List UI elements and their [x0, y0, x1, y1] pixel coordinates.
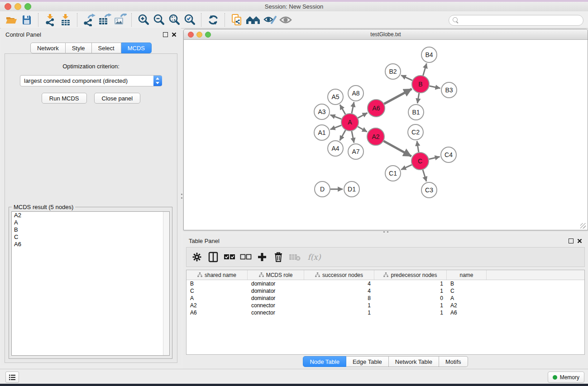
delete-table-icon[interactable]: [288, 250, 301, 264]
close-panel-icon[interactable]: [577, 238, 582, 243]
graph-node-B[interactable]: B: [412, 76, 429, 93]
deselect-all-checkboxes-icon[interactable]: [239, 250, 253, 264]
graph-edge-B-B3[interactable]: [430, 86, 440, 88]
close-panel-icon[interactable]: [172, 32, 177, 37]
mcds-result-item[interactable]: B: [12, 226, 169, 234]
graph-node-C3[interactable]: C3: [421, 182, 437, 198]
window-resize-grip-icon[interactable]: [580, 223, 586, 229]
run-mcds-button[interactable]: Run MCDS: [42, 93, 87, 104]
show-hide-annotations-icon[interactable]: [263, 13, 278, 27]
export-image-icon[interactable]: [112, 13, 128, 27]
graph-edge-A-A4[interactable]: [340, 130, 346, 141]
open-session-icon[interactable]: [4, 13, 19, 27]
graph-edge-B-B1[interactable]: [417, 93, 419, 104]
mcds-result-item[interactable]: C: [12, 234, 169, 241]
graph-node-A8[interactable]: A8: [348, 86, 363, 101]
tab-network-table[interactable]: Network Table: [389, 356, 439, 367]
graph-node-A5[interactable]: A5: [328, 89, 343, 105]
float-panel-icon[interactable]: [569, 238, 574, 243]
criterion-select[interactable]: largest connected component (directed): [20, 75, 162, 86]
tab-style[interactable]: Style: [66, 43, 92, 53]
mcds-result-item[interactable]: A2: [12, 212, 169, 219]
graph-edge-A-A3[interactable]: [330, 115, 341, 119]
graph-edge-C-C3[interactable]: [423, 170, 426, 181]
delete-column-icon[interactable]: [272, 250, 285, 264]
tab-motifs[interactable]: Motifs: [439, 356, 468, 367]
float-panel-icon[interactable]: [163, 32, 168, 37]
refresh-layout-icon[interactable]: [206, 13, 221, 27]
close-panel-button[interactable]: Close panel: [94, 93, 141, 104]
graph-node-B1[interactable]: B1: [408, 105, 424, 120]
column-header-predecessor-nodes[interactable]: predecessor nodes: [374, 270, 447, 280]
show-hide-graphics-icon[interactable]: [278, 13, 293, 27]
tab-network[interactable]: Network: [30, 43, 66, 53]
graph-node-C[interactable]: C: [411, 152, 429, 170]
table-row[interactable]: Bdominator41B: [186, 280, 584, 287]
clone-network-icon[interactable]: [229, 13, 244, 27]
column-header-name[interactable]: name: [447, 270, 487, 280]
table-row[interactable]: Adominator80A: [186, 295, 584, 302]
zoom-out-icon[interactable]: [151, 13, 167, 27]
splitpane-grip[interactable]: [181, 194, 182, 195]
settings-gear-icon[interactable]: [190, 250, 204, 264]
graph-edge-A-A8[interactable]: [352, 102, 354, 114]
select-all-checkboxes-icon[interactable]: [223, 250, 236, 264]
memory-button[interactable]: Memory: [548, 372, 584, 383]
graph-edge-A-A1[interactable]: [330, 125, 341, 129]
export-table-icon[interactable]: [97, 13, 112, 27]
graph-node-A4[interactable]: A4: [328, 141, 343, 156]
graph-edge-C-C4[interactable]: [429, 157, 440, 159]
import-table-icon[interactable]: [58, 13, 73, 27]
save-session-icon[interactable]: [19, 13, 34, 27]
task-history-button[interactable]: [5, 372, 19, 383]
table-row[interactable]: A2connector11A2: [186, 302, 584, 309]
splitpane-grip[interactable]: [383, 231, 385, 233]
graph-node-D[interactable]: D: [315, 181, 330, 197]
search-input[interactable]: [461, 16, 580, 25]
graph-edge-A2-C[interactable]: [384, 141, 411, 157]
tab-edge-table[interactable]: Edge Table: [346, 356, 389, 367]
show-all-networks-icon[interactable]: [244, 13, 263, 27]
graph-node-A2[interactable]: A2: [367, 128, 384, 145]
graph-node-B3[interactable]: B3: [441, 82, 457, 98]
column-header-MCDS-role[interactable]: MCDS role: [248, 270, 304, 280]
graph-node-A7[interactable]: A7: [348, 144, 363, 159]
table-row[interactable]: Cdominator41C: [186, 287, 584, 295]
tab-node-table[interactable]: Node Table: [303, 356, 346, 367]
scrollbar-track[interactable]: [163, 212, 169, 355]
tab-select[interactable]: Select: [92, 43, 121, 53]
network-window-titlebar[interactable]: testGlobe.txt: [184, 29, 588, 40]
graph-edge-B-B4[interactable]: [423, 63, 427, 76]
graph-node-B4[interactable]: B4: [421, 47, 437, 62]
add-column-icon[interactable]: [255, 250, 269, 264]
search-field[interactable]: [449, 15, 583, 26]
graph-edge-A-A2[interactable]: [358, 127, 367, 132]
graph-edge-A-A6[interactable]: [358, 113, 368, 118]
mcds-result-list[interactable]: A2ABCA6: [11, 211, 170, 356]
zoom-fit-icon[interactable]: [167, 13, 182, 27]
graph-edge-B-B2[interactable]: [401, 75, 412, 80]
graph-edge-A-A7[interactable]: [352, 131, 354, 143]
tab-mcds[interactable]: MCDS: [121, 43, 152, 53]
import-network-icon[interactable]: [43, 13, 58, 27]
graph-edge-C-C1[interactable]: [401, 165, 412, 170]
show-column-icon[interactable]: [206, 250, 220, 264]
graph-node-C2[interactable]: C2: [408, 124, 423, 140]
export-network-icon[interactable]: [81, 13, 97, 27]
graph-node-C4[interactable]: C4: [441, 147, 456, 162]
network-canvas[interactable]: B4B2BB3A5A8A6B1A3AC2A1A2A4A7C4CC1C3DD1: [184, 40, 587, 229]
splitpane-grip[interactable]: [181, 197, 182, 199]
function-builder-icon[interactable]: f(x): [304, 250, 324, 264]
zoom-selected-icon[interactable]: [182, 13, 197, 27]
mcds-result-item[interactable]: A: [12, 219, 169, 226]
graph-node-A[interactable]: A: [341, 114, 359, 131]
graph-node-C1[interactable]: C1: [385, 166, 401, 181]
splitpane-grip[interactable]: [387, 231, 388, 233]
graph-node-B2[interactable]: B2: [385, 64, 401, 79]
column-header-shared-name[interactable]: shared name: [186, 270, 248, 280]
zoom-in-icon[interactable]: [136, 13, 151, 27]
graph-node-A1[interactable]: A1: [314, 125, 330, 140]
graph-node-A6[interactable]: A6: [368, 100, 385, 117]
mcds-result-item[interactable]: A6: [12, 241, 169, 248]
graph-edge-A-A5[interactable]: [340, 105, 345, 114]
